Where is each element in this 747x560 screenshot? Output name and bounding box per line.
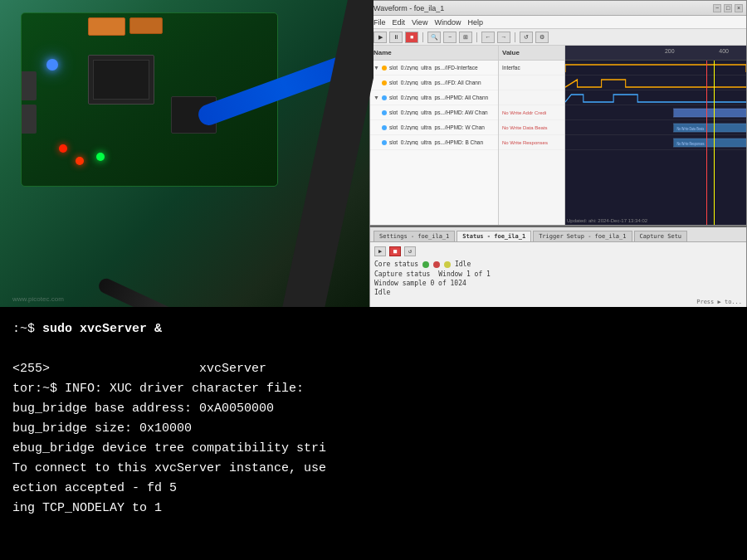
menu-view[interactable]: View [412, 18, 427, 27]
terminal-line-10: ing TCP_NODELAY to 1 [12, 499, 735, 519]
terminal-line-8: To connect to this xvcServer instance, u… [12, 459, 735, 479]
signal-item-3[interactable]: ▼ slot_0:/zynq_ultra_ps.../HPMD: All Cha… [370, 90, 498, 105]
terminal-line-2 [12, 339, 735, 359]
wave-track-4: No Write Addr Credi [565, 105, 746, 120]
menu-window[interactable]: Window [434, 18, 461, 27]
signal-item-2[interactable]: slot_0:/zynq_ultra_ps.../IFD: All Chann [370, 75, 498, 90]
signal-list-header: Name [370, 46, 498, 61]
connector-orange-2 [129, 17, 163, 34]
signal-color-3 [382, 95, 387, 100]
settings-button[interactable]: ⚙ [535, 32, 549, 43]
terminal-line-1: :~$ sudo xvcServer & [12, 319, 735, 339]
signal-list: Name ▼ slot_0:/zynq_ultra_ps.../IFD-Inte… [370, 46, 499, 225]
svg-text:No Write Data Beats: No Write Data Beats [676, 126, 705, 131]
pause-button[interactable]: ⏸ [389, 32, 403, 43]
expand-icon-3: ▼ [374, 95, 379, 100]
wave-track-5: No Write Data Beats [565, 120, 746, 135]
watermark: www.picotec.com [12, 295, 64, 303]
menu-edit[interactable]: Edit [393, 18, 406, 27]
wave-track-3 [565, 90, 746, 105]
tab-trigger[interactable]: Trigger Setup - foe_ila_1 [533, 231, 632, 241]
signal-item-4[interactable]: slot_0:/zynq_ultra_ps.../HPMD: AW Chan [370, 105, 498, 120]
minimize-button[interactable]: − [713, 4, 721, 12]
signal-color-2 [382, 80, 387, 85]
waveform-toolbar: ▶ ⏸ ■ 🔍 − ⊞ ← → ↺ ⚙ [370, 29, 746, 46]
waveform-menubar: File Edit View Window Help [370, 16, 746, 29]
main-container: :~$ sudo xvcServer & <255> xvcServer tor… [0, 0, 747, 560]
signal-item-1[interactable]: ▼ slot_0:/zynq_ultra_ps.../IFD-Interface [370, 61, 498, 75]
led-red-2 [76, 157, 84, 165]
maximize-button[interactable]: □ [724, 4, 732, 12]
terminal-overlay: :~$ sudo xvcServer & <255> xvcServer tor… [0, 307, 747, 560]
prev-button[interactable]: ← [481, 32, 495, 43]
status-panel: Settings - foe_ila_1 Status - foe_ila_1 … [369, 226, 747, 311]
terminal-line-4: tor:~$ INFO: XUC driver character file: [12, 379, 735, 399]
usb-port-1 [22, 71, 37, 100]
capture-status-label: Capture status [374, 270, 430, 278]
terminal-line-6: bug_bridge size: 0x10000 [12, 419, 735, 439]
status-refresh-btn[interactable]: ↺ [404, 246, 416, 256]
chip-die [93, 60, 149, 100]
waveform-window: Waveform - foe_ila_1 − □ × File Edit Vie… [369, 0, 747, 226]
wave-svg-6: No Write Responses [565, 135, 746, 150]
time-ruler: 200 400 [565, 46, 746, 61]
wave-svg-5: No Write Data Beats [565, 120, 746, 135]
refresh-button[interactable]: ↺ [520, 32, 533, 43]
signal-item-6[interactable]: slot_0:/zynq_ultra_ps.../HPMD: B Chan [370, 135, 498, 150]
led-red-1 [59, 144, 67, 153]
status-stop-btn[interactable]: ■ [389, 246, 401, 256]
connector-orange-1 [88, 17, 125, 36]
idle-row: Idle [374, 289, 742, 296]
terminal-line-9: ection accepted - fd 5 [12, 479, 735, 499]
terminal-area[interactable]: :~$ sudo xvcServer & <255> xvcServer tor… [0, 311, 747, 560]
status-play-btn[interactable]: ▶ [374, 246, 386, 256]
signal-color-6 [382, 140, 387, 145]
signal-name-4: slot_0:/zynq_ultra_ps.../HPMD: AW Chan [389, 110, 488, 115]
wave-track-6: No Write Responses [565, 135, 746, 150]
value-item-4: No Write Addr Credi [499, 105, 564, 120]
status-tabbar: Settings - foe_ila_1 Status - foe_ila_1 … [370, 227, 746, 242]
usb-port-2 [22, 105, 37, 134]
wave-svg-2 [565, 75, 746, 90]
wave-track-2 [565, 75, 746, 90]
expand-icon-1: ▼ [374, 65, 379, 71]
status-indicator-yellow [444, 261, 451, 268]
cursor-red[interactable] [706, 61, 707, 225]
menu-help[interactable]: Help [467, 18, 483, 27]
time-mark-400: 400 [719, 48, 729, 54]
waveform-body: Name ▼ slot_0:/zynq_ultra_ps.../IFD-Inte… [370, 46, 746, 225]
value-item-5: No Write Data Beats [499, 120, 564, 135]
core-status-label: Core status [374, 261, 418, 268]
next-button[interactable]: → [497, 32, 510, 43]
led-green [96, 153, 105, 161]
signal-name-5: slot_0:/zynq_ultra_ps.../HPMD: W Chan [389, 124, 485, 130]
fit-button[interactable]: ⊞ [459, 32, 472, 43]
close-button[interactable]: × [735, 4, 743, 12]
signal-name-6: slot_0:/zynq_ultra_ps.../HPMD: B Chan [389, 139, 483, 145]
signal-color-5 [382, 125, 387, 130]
zoom-out-button[interactable]: − [443, 32, 456, 43]
tab-status[interactable]: Status - foe_ila_1 [456, 231, 531, 241]
core-status-value: Idle [455, 261, 471, 268]
signal-item-5[interactable]: slot_0:/zynq_ultra_ps.../HPMD: W Chan [370, 120, 498, 135]
waveform-title: Waveform - foe_ila_1 [374, 4, 444, 12]
tab-capture[interactable]: Capture Setu [634, 231, 688, 241]
menu-file[interactable]: File [374, 18, 386, 27]
value-item-6: No Write Responses [499, 135, 564, 150]
waveform-timestamp: Updated: ahi: 2024-Dec-17 13:34:02 [567, 218, 647, 223]
status-indicator-red [433, 261, 440, 268]
terminal-line-3: <255> xvcServer [12, 359, 735, 379]
window-sample-row: Window sample 0 of 1024 [374, 280, 742, 287]
zoom-in-button[interactable]: 🔍 [427, 32, 441, 43]
waveform-display[interactable]: 200 400 [565, 46, 746, 225]
idle-label: Idle [374, 289, 390, 296]
stop-button[interactable]: ■ [405, 32, 418, 43]
play-button[interactable]: ▶ [374, 32, 387, 43]
wave-svg-1 [565, 61, 746, 75]
status-indicator-green [422, 261, 429, 268]
value-item-3 [499, 90, 564, 105]
cursor-yellow[interactable] [714, 61, 715, 225]
signal-color-1 [382, 66, 387, 71]
status-content: ▶ ■ ↺ Core status Idle Capture status Wi… [370, 242, 746, 309]
tab-settings[interactable]: Settings - foe_ila_1 [374, 231, 455, 241]
